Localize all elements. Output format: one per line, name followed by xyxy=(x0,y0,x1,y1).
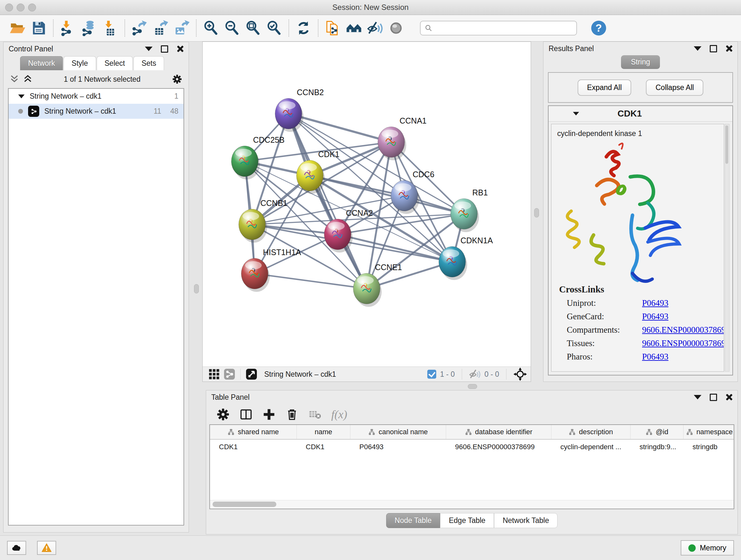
table-horizontal-scrollbar[interactable] xyxy=(210,500,734,509)
panel-menu-icon[interactable] xyxy=(145,47,152,51)
float-panel-icon[interactable] xyxy=(710,394,717,401)
network-node[interactable]: CCNB1 xyxy=(239,199,287,243)
tab-node-table[interactable]: Node Table xyxy=(386,513,441,528)
expand-all-button[interactable]: Expand All xyxy=(578,79,631,96)
birdseye-view-button[interactable] xyxy=(246,368,257,380)
crosslink-link[interactable]: P06493 xyxy=(642,298,669,308)
toolbar-search-box[interactable] xyxy=(420,21,577,36)
expand-all-icon[interactable] xyxy=(23,75,32,84)
tab-network[interactable]: Network xyxy=(20,56,63,70)
import-table-file-button[interactable] xyxy=(101,19,119,37)
close-panel-icon[interactable] xyxy=(725,394,732,401)
selected-checkbox[interactable] xyxy=(427,370,436,379)
column-header--id[interactable]: @id xyxy=(630,425,684,439)
horizontal-splitter-handle[interactable] xyxy=(468,384,477,389)
float-panel-icon[interactable] xyxy=(161,45,168,53)
show-columns-button[interactable] xyxy=(239,408,253,421)
column-header-canonical-name[interactable]: canonical name xyxy=(350,425,446,439)
node-label: RB1 xyxy=(472,188,488,197)
zoom-fit-button[interactable] xyxy=(244,19,262,37)
grid-view-button[interactable] xyxy=(208,368,220,380)
panel-menu-icon[interactable] xyxy=(694,395,701,399)
crosslink-link[interactable]: 9606.ENSP00000378699 xyxy=(642,325,724,335)
float-panel-icon[interactable] xyxy=(710,45,717,52)
create-column-button[interactable] xyxy=(262,408,276,421)
control-panel-title: Control Panel xyxy=(9,45,53,53)
hide-selected-button[interactable] xyxy=(366,19,384,37)
zoom-selected-button[interactable] xyxy=(265,19,283,37)
first-neighbors-button[interactable] xyxy=(345,19,363,37)
tab-select[interactable]: Select xyxy=(97,56,133,70)
minimize-window-button[interactable] xyxy=(17,3,24,11)
zoom-out-button[interactable] xyxy=(223,19,241,37)
column-header-label: database identifier xyxy=(475,428,533,436)
tab-string[interactable]: String xyxy=(621,55,660,69)
function-builder-button[interactable]: f(x) xyxy=(331,408,347,421)
search-input[interactable] xyxy=(433,23,572,33)
apply-layout-button[interactable] xyxy=(294,19,313,37)
column-header-database-identifier[interactable]: database identifier xyxy=(446,425,551,439)
collapse-all-icon[interactable] xyxy=(10,75,19,84)
delete-column-button[interactable] xyxy=(285,408,299,421)
panel-menu-icon[interactable] xyxy=(694,46,701,51)
network-canvas[interactable]: CCNB2CCNA1CDC25BCDK1CDC6RB1CCNB1CCNA2CDK… xyxy=(203,42,531,367)
memory-button[interactable]: Memory xyxy=(681,540,734,556)
show-graphics-details-button[interactable] xyxy=(387,19,405,37)
zoom-window-button[interactable] xyxy=(28,3,36,11)
gear-icon[interactable] xyxy=(172,74,182,84)
tab-sets[interactable]: Sets xyxy=(133,56,164,70)
export-image-button[interactable] xyxy=(172,19,191,37)
gene-description: cyclin-dependent kinase 1 xyxy=(557,129,724,138)
crosslink-link[interactable]: P06493 xyxy=(642,352,669,362)
network-edge[interactable] xyxy=(255,273,367,289)
zoom-in-button[interactable] xyxy=(202,19,220,37)
network-collection-row[interactable]: String Network – cdk1 1 xyxy=(9,89,184,104)
column-header-namespace[interactable]: namespace xyxy=(684,425,734,439)
hidden-counts: 0 - 0 xyxy=(484,370,499,379)
crosslink-link[interactable]: 9606.ENSP00000378699 xyxy=(642,338,724,348)
network-node[interactable]: CCNB2 xyxy=(275,88,324,132)
warnings-button[interactable] xyxy=(37,541,56,555)
results-scrollbar[interactable] xyxy=(725,124,730,372)
tab-edge-table[interactable]: Edge Table xyxy=(440,513,494,528)
close-panel-icon[interactable] xyxy=(177,45,184,52)
crosslink-link[interactable]: P06493 xyxy=(642,312,669,321)
import-network-file-button[interactable] xyxy=(59,19,77,37)
column-header-shared-name[interactable]: shared name xyxy=(210,425,297,439)
table-settings-button[interactable] xyxy=(216,408,230,421)
scrollbar-thumb[interactable] xyxy=(725,125,728,164)
open-session-button[interactable] xyxy=(8,19,27,37)
expander-icon[interactable] xyxy=(18,95,24,98)
table-row[interactable]: CDK1CDK1P064939606.ENSP00000378699cyclin… xyxy=(210,440,734,454)
save-session-button[interactable] xyxy=(29,19,48,37)
vertical-splitter-handle[interactable] xyxy=(534,208,539,217)
network-view-button[interactable] xyxy=(224,368,235,380)
close-panel-icon[interactable] xyxy=(725,45,732,52)
network-node[interactable]: HIST1H1A xyxy=(241,248,301,292)
import-network-database-button[interactable] xyxy=(80,19,98,37)
help-button[interactable]: ? xyxy=(590,19,608,37)
export-table-button[interactable] xyxy=(151,19,170,37)
network-node[interactable]: CCNA1 xyxy=(378,116,427,160)
collapse-all-button[interactable]: Collapse All xyxy=(646,79,703,96)
gene-section-header[interactable]: CDK1 xyxy=(549,106,732,122)
delete-table-button[interactable] xyxy=(308,408,322,421)
network-edge[interactable] xyxy=(310,176,464,214)
collapse-section-icon[interactable] xyxy=(573,112,579,115)
scrollbar-thumb[interactable] xyxy=(212,502,276,507)
tab-network-table[interactable]: Network Table xyxy=(494,513,557,528)
network-node[interactable]: RB1 xyxy=(451,188,488,232)
column-source-icon xyxy=(569,428,576,435)
vertical-splitter-handle[interactable] xyxy=(194,284,199,294)
network-node[interactable]: CDKN1A xyxy=(439,236,493,280)
column-header-description[interactable]: description xyxy=(551,425,630,439)
import-string-network-button[interactable] xyxy=(324,19,342,37)
close-window-button[interactable] xyxy=(5,3,13,11)
column-header-name[interactable]: name xyxy=(297,425,350,439)
network-row-selected[interactable]: String Network – cdk1 1148 xyxy=(9,104,184,119)
cloud-button[interactable] xyxy=(7,541,26,555)
crosshair-icon[interactable] xyxy=(514,368,527,381)
export-network-button[interactable] xyxy=(130,19,149,37)
tab-style[interactable]: Style xyxy=(64,56,96,70)
network-node[interactable]: CCNE1 xyxy=(353,263,402,307)
